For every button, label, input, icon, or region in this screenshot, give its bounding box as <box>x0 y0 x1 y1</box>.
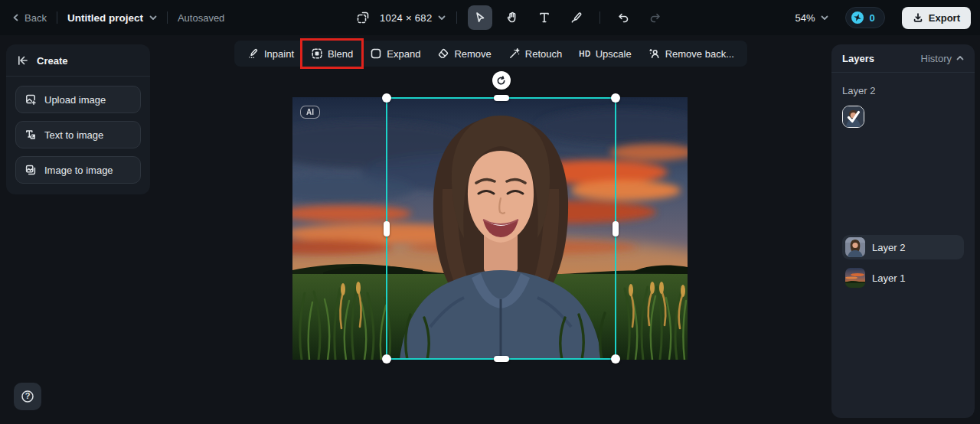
help-icon: ? <box>21 390 34 403</box>
divider <box>6 76 150 77</box>
resize-handle-top[interactable] <box>494 95 509 101</box>
inpaint-button[interactable]: Inpaint <box>240 44 301 64</box>
credits-count: 0 <box>870 12 875 24</box>
resize-canvas-button[interactable] <box>354 5 372 30</box>
chevron-down-icon <box>438 14 446 21</box>
chevron-up-icon <box>956 54 964 62</box>
text-icon <box>537 11 551 24</box>
image-to-image-icon <box>24 164 37 176</box>
top-bar: Back Untitled project Autosaved 1024 × 6… <box>0 0 980 35</box>
project-title-menu[interactable]: Untitled project <box>67 12 157 24</box>
layers-panel-title: Layers <box>842 53 874 64</box>
rotate-handle[interactable] <box>492 71 511 90</box>
divider <box>599 11 600 24</box>
export-label: Export <box>929 12 960 24</box>
export-button[interactable]: Export <box>902 7 971 29</box>
blend-button[interactable]: Blend <box>304 44 360 64</box>
image-to-image-button[interactable]: Image to image <box>15 156 141 184</box>
history-toggle[interactable]: History <box>921 53 964 64</box>
selection-box[interactable] <box>386 97 616 360</box>
chevron-down-icon <box>149 14 157 21</box>
rotate-icon <box>496 76 506 86</box>
retouch-label: Retouch <box>525 48 562 60</box>
select-tool-button[interactable] <box>468 5 492 30</box>
project-title: Untitled project <box>67 12 143 24</box>
upload-image-button[interactable]: Upload image <box>15 86 141 113</box>
zoom-level-value: 54% <box>795 12 815 24</box>
app-window: Back Untitled project Autosaved 1024 × 6… <box>0 0 980 424</box>
brush-icon <box>570 11 583 24</box>
chevron-down-icon <box>821 14 828 21</box>
remove-button[interactable]: Remove <box>430 44 498 64</box>
remove-background-icon <box>648 47 661 60</box>
divider <box>167 11 168 24</box>
cursor-icon <box>473 11 487 24</box>
create-panel-title: Create <box>37 55 67 67</box>
text-to-image-label: Text to image <box>44 129 103 141</box>
confirm-layer-button[interactable] <box>842 106 864 128</box>
redo-icon <box>648 11 662 24</box>
inpaint-label: Inpaint <box>264 48 294 60</box>
help-button[interactable]: ? <box>14 383 41 410</box>
hand-tool-button[interactable] <box>500 5 524 30</box>
wand-icon <box>508 47 521 60</box>
canvas-size-menu[interactable]: 1024 × 682 <box>380 12 446 24</box>
back-label: Back <box>24 12 47 24</box>
upload-image-icon <box>24 93 37 106</box>
undo-button[interactable] <box>611 5 635 30</box>
back-button[interactable]: Back <box>12 12 47 24</box>
upscale-button[interactable]: HD Upscale <box>572 44 638 64</box>
layer-row-layer-1[interactable]: Layer 1 <box>842 266 964 290</box>
ai-generated-badge: AI <box>300 106 320 119</box>
resize-handle-bottom-left[interactable] <box>382 354 391 364</box>
create-panel: Create Upload image Text to image Image … <box>6 44 150 194</box>
layers-panel: Layers History Layer 2 <box>831 44 975 418</box>
blend-label: Blend <box>328 48 353 60</box>
divider <box>456 11 457 24</box>
layers-list: Layer 2 <box>842 235 964 290</box>
resize-handle-bottom[interactable] <box>494 356 509 362</box>
upscale-label: Upscale <box>596 48 632 60</box>
canvas[interactable]: AI <box>292 97 688 360</box>
credits-pill[interactable]: 0 <box>845 7 885 28</box>
divider <box>831 72 975 73</box>
resize-handle-right[interactable] <box>612 221 619 236</box>
expand-label: Expand <box>387 48 420 60</box>
chevron-left-icon <box>12 14 20 21</box>
layer-name: Layer 2 <box>872 242 905 253</box>
svg-text:?: ? <box>25 391 31 400</box>
canvas-size-value: 1024 × 682 <box>380 12 432 24</box>
hd-icon: HD <box>579 50 590 58</box>
remove-background-label: Remove back... <box>665 48 734 60</box>
hand-icon <box>505 11 519 24</box>
text-tool-button[interactable] <box>532 5 557 30</box>
retouch-button[interactable]: Retouch <box>501 44 569 64</box>
expand-button[interactable]: Expand <box>363 44 427 64</box>
selected-layer-label: Layer 2 <box>842 85 964 96</box>
blend-icon <box>311 47 323 60</box>
text-to-image-button[interactable]: Text to image <box>15 121 141 148</box>
redo-button[interactable] <box>643 5 668 30</box>
layer-2-thumbnail <box>845 237 865 257</box>
layer-name: Layer 1 <box>872 272 905 284</box>
download-icon <box>913 12 923 23</box>
remove-background-button[interactable]: Remove back... <box>642 44 741 64</box>
expand-icon <box>370 47 382 60</box>
layer-1-thumbnail <box>845 268 865 288</box>
resize-icon <box>356 11 370 24</box>
inpaint-icon <box>247 47 260 60</box>
resize-handle-top-right[interactable] <box>611 93 620 103</box>
divider <box>57 11 57 24</box>
upload-image-label: Upload image <box>44 94 106 106</box>
collapse-panel-icon[interactable] <box>17 54 29 67</box>
credits-spark-icon <box>851 11 864 24</box>
layer-row-layer-2[interactable]: Layer 2 <box>842 235 964 259</box>
resize-handle-left[interactable] <box>384 221 390 236</box>
zoom-level-menu[interactable]: 54% <box>795 12 828 24</box>
remove-label: Remove <box>454 48 491 60</box>
history-label: History <box>921 53 952 64</box>
resize-handle-top-left[interactable] <box>382 93 391 103</box>
image-to-image-label: Image to image <box>44 165 113 176</box>
resize-handle-bottom-right[interactable] <box>611 354 620 364</box>
brush-tool-button[interactable] <box>564 5 589 30</box>
